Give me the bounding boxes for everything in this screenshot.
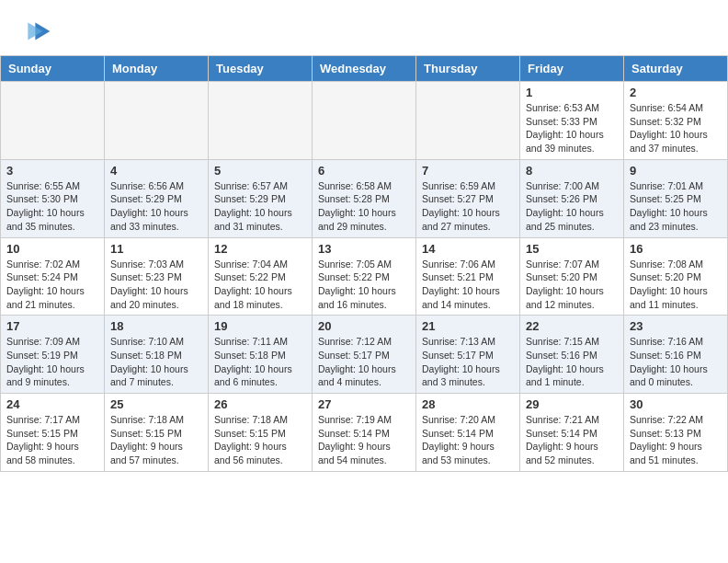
day-info: Sunrise: 7:06 AM Sunset: 5:21 PM Dayligh… bbox=[422, 258, 514, 312]
day-info: Sunrise: 7:17 AM Sunset: 5:15 PM Dayligh… bbox=[6, 413, 98, 467]
day-number: 7 bbox=[422, 164, 514, 178]
day-number: 25 bbox=[110, 397, 202, 411]
calendar-cell: 4Sunrise: 6:56 AM Sunset: 5:29 PM Daylig… bbox=[105, 159, 209, 237]
day-info: Sunrise: 7:16 AM Sunset: 5:16 PM Dayligh… bbox=[630, 335, 722, 389]
logo-icon bbox=[22, 17, 51, 46]
day-info: Sunrise: 7:00 AM Sunset: 5:26 PM Dayligh… bbox=[526, 179, 618, 234]
col-header-wednesday: Wednesday bbox=[313, 56, 416, 82]
calendar-cell: 15Sunrise: 7:07 AM Sunset: 5:20 PM Dayli… bbox=[520, 237, 624, 316]
day-number: 24 bbox=[6, 397, 98, 411]
day-info: Sunrise: 6:57 AM Sunset: 5:29 PM Dayligh… bbox=[214, 179, 306, 234]
day-info: Sunrise: 7:08 AM Sunset: 5:20 PM Dayligh… bbox=[630, 258, 722, 312]
day-info: Sunrise: 7:09 AM Sunset: 5:19 PM Dayligh… bbox=[6, 335, 98, 389]
day-info: Sunrise: 7:11 AM Sunset: 5:18 PM Dayligh… bbox=[214, 335, 306, 389]
calendar-cell: 11Sunrise: 7:03 AM Sunset: 5:23 PM Dayli… bbox=[105, 237, 209, 316]
week-row-3: 10Sunrise: 7:02 AM Sunset: 5:24 PM Dayli… bbox=[1, 237, 728, 316]
week-row-2: 3Sunrise: 6:55 AM Sunset: 5:30 PM Daylig… bbox=[1, 159, 728, 237]
day-number: 12 bbox=[214, 242, 306, 256]
day-info: Sunrise: 7:03 AM Sunset: 5:23 PM Dayligh… bbox=[110, 258, 202, 312]
day-info: Sunrise: 7:05 AM Sunset: 5:22 PM Dayligh… bbox=[318, 258, 410, 312]
day-info: Sunrise: 7:02 AM Sunset: 5:24 PM Dayligh… bbox=[6, 258, 98, 312]
page-header bbox=[0, 0, 728, 55]
week-row-4: 17Sunrise: 7:09 AM Sunset: 5:19 PM Dayli… bbox=[1, 316, 728, 394]
day-info: Sunrise: 7:20 AM Sunset: 5:14 PM Dayligh… bbox=[422, 413, 514, 467]
calendar-cell: 24Sunrise: 7:17 AM Sunset: 5:15 PM Dayli… bbox=[1, 394, 105, 472]
day-info: Sunrise: 7:18 AM Sunset: 5:15 PM Dayligh… bbox=[214, 413, 306, 467]
col-header-monday: Monday bbox=[105, 56, 209, 82]
day-number: 5 bbox=[214, 164, 306, 178]
calendar-cell bbox=[105, 82, 209, 160]
week-row-1: 1Sunrise: 6:53 AM Sunset: 5:33 PM Daylig… bbox=[1, 82, 728, 160]
day-info: Sunrise: 6:54 AM Sunset: 5:32 PM Dayligh… bbox=[630, 101, 722, 155]
calendar-cell: 18Sunrise: 7:10 AM Sunset: 5:18 PM Dayli… bbox=[105, 316, 209, 394]
calendar-cell: 9Sunrise: 7:01 AM Sunset: 5:25 PM Daylig… bbox=[624, 159, 728, 237]
col-header-saturday: Saturday bbox=[624, 56, 728, 82]
calendar-cell bbox=[209, 82, 313, 160]
calendar-cell: 3Sunrise: 6:55 AM Sunset: 5:30 PM Daylig… bbox=[1, 159, 105, 237]
calendar-cell: 14Sunrise: 7:06 AM Sunset: 5:21 PM Dayli… bbox=[416, 237, 520, 316]
day-number: 28 bbox=[422, 397, 514, 411]
day-number: 2 bbox=[630, 86, 722, 99]
day-number: 11 bbox=[110, 242, 202, 256]
day-number: 6 bbox=[318, 164, 410, 178]
day-number: 1 bbox=[526, 86, 618, 99]
calendar-cell: 8Sunrise: 7:00 AM Sunset: 5:26 PM Daylig… bbox=[520, 159, 624, 237]
calendar-cell: 30Sunrise: 7:22 AM Sunset: 5:13 PM Dayli… bbox=[624, 394, 728, 472]
day-info: Sunrise: 7:10 AM Sunset: 5:18 PM Dayligh… bbox=[110, 335, 202, 389]
day-number: 26 bbox=[214, 397, 306, 411]
day-info: Sunrise: 7:12 AM Sunset: 5:17 PM Dayligh… bbox=[318, 335, 410, 389]
col-header-sunday: Sunday bbox=[1, 56, 105, 82]
day-info: Sunrise: 7:21 AM Sunset: 5:14 PM Dayligh… bbox=[526, 413, 618, 467]
day-number: 20 bbox=[318, 319, 410, 333]
calendar-cell: 20Sunrise: 7:12 AM Sunset: 5:17 PM Dayli… bbox=[313, 316, 416, 394]
day-info: Sunrise: 6:58 AM Sunset: 5:28 PM Dayligh… bbox=[318, 179, 410, 234]
week-row-5: 24Sunrise: 7:17 AM Sunset: 5:15 PM Dayli… bbox=[1, 394, 728, 472]
calendar-cell: 27Sunrise: 7:19 AM Sunset: 5:14 PM Dayli… bbox=[313, 394, 416, 472]
day-number: 19 bbox=[214, 319, 306, 333]
day-info: Sunrise: 7:01 AM Sunset: 5:25 PM Dayligh… bbox=[630, 179, 722, 234]
day-info: Sunrise: 6:59 AM Sunset: 5:27 PM Dayligh… bbox=[422, 179, 514, 234]
day-info: Sunrise: 7:22 AM Sunset: 5:13 PM Dayligh… bbox=[630, 413, 722, 467]
day-number: 23 bbox=[630, 319, 722, 333]
calendar-cell: 17Sunrise: 7:09 AM Sunset: 5:19 PM Dayli… bbox=[1, 316, 105, 394]
day-number: 15 bbox=[526, 242, 618, 256]
calendar-table: SundayMondayTuesdayWednesdayThursdayFrid… bbox=[0, 55, 728, 472]
calendar-cell bbox=[416, 82, 520, 160]
day-number: 14 bbox=[422, 242, 514, 256]
day-info: Sunrise: 7:07 AM Sunset: 5:20 PM Dayligh… bbox=[526, 258, 618, 312]
calendar-cell: 7Sunrise: 6:59 AM Sunset: 5:27 PM Daylig… bbox=[416, 159, 520, 237]
day-info: Sunrise: 6:53 AM Sunset: 5:33 PM Dayligh… bbox=[526, 101, 618, 155]
day-info: Sunrise: 7:18 AM Sunset: 5:15 PM Dayligh… bbox=[110, 413, 202, 467]
calendar-cell: 16Sunrise: 7:08 AM Sunset: 5:20 PM Dayli… bbox=[624, 237, 728, 316]
calendar-cell: 26Sunrise: 7:18 AM Sunset: 5:15 PM Dayli… bbox=[209, 394, 313, 472]
calendar-cell: 28Sunrise: 7:20 AM Sunset: 5:14 PM Dayli… bbox=[416, 394, 520, 472]
calendar-cell bbox=[1, 82, 105, 160]
calendar-cell: 21Sunrise: 7:13 AM Sunset: 5:17 PM Dayli… bbox=[416, 316, 520, 394]
calendar-cell: 10Sunrise: 7:02 AM Sunset: 5:24 PM Dayli… bbox=[1, 237, 105, 316]
col-header-thursday: Thursday bbox=[416, 56, 520, 82]
day-info: Sunrise: 7:04 AM Sunset: 5:22 PM Dayligh… bbox=[214, 258, 306, 312]
day-info: Sunrise: 6:55 AM Sunset: 5:30 PM Dayligh… bbox=[6, 179, 98, 234]
calendar-cell: 5Sunrise: 6:57 AM Sunset: 5:29 PM Daylig… bbox=[209, 159, 313, 237]
day-info: Sunrise: 7:19 AM Sunset: 5:14 PM Dayligh… bbox=[318, 413, 410, 467]
day-number: 27 bbox=[318, 397, 410, 411]
calendar-cell: 13Sunrise: 7:05 AM Sunset: 5:22 PM Dayli… bbox=[313, 237, 416, 316]
day-number: 4 bbox=[110, 164, 202, 178]
calendar-header-row: SundayMondayTuesdayWednesdayThursdayFrid… bbox=[1, 56, 728, 82]
day-number: 3 bbox=[6, 164, 98, 178]
calendar-cell bbox=[313, 82, 416, 160]
day-number: 10 bbox=[6, 242, 98, 256]
day-info: Sunrise: 7:15 AM Sunset: 5:16 PM Dayligh… bbox=[526, 335, 618, 389]
calendar-cell: 2Sunrise: 6:54 AM Sunset: 5:32 PM Daylig… bbox=[624, 82, 728, 160]
day-number: 30 bbox=[630, 397, 722, 411]
day-number: 9 bbox=[630, 164, 722, 178]
calendar-cell: 19Sunrise: 7:11 AM Sunset: 5:18 PM Dayli… bbox=[209, 316, 313, 394]
calendar-cell: 22Sunrise: 7:15 AM Sunset: 5:16 PM Dayli… bbox=[520, 316, 624, 394]
day-number: 18 bbox=[110, 319, 202, 333]
day-info: Sunrise: 6:56 AM Sunset: 5:29 PM Dayligh… bbox=[110, 179, 202, 234]
day-info: Sunrise: 7:13 AM Sunset: 5:17 PM Dayligh… bbox=[422, 335, 514, 389]
calendar-cell: 12Sunrise: 7:04 AM Sunset: 5:22 PM Dayli… bbox=[209, 237, 313, 316]
day-number: 16 bbox=[630, 242, 722, 256]
col-header-friday: Friday bbox=[520, 56, 624, 82]
day-number: 17 bbox=[6, 319, 98, 333]
